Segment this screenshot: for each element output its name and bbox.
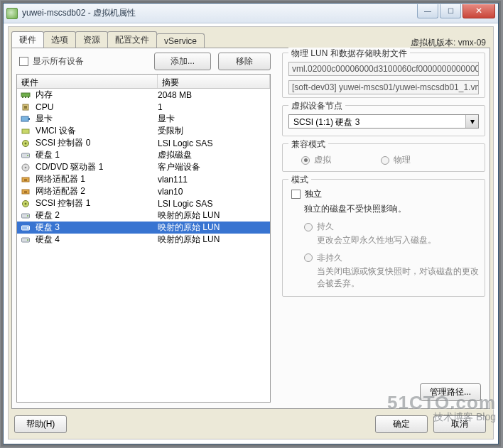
window-title: yuwei-mscsdb02 - 虚拟机属性 <box>22 7 417 19</box>
chevron-down-icon: ▾ <box>465 115 478 128</box>
hardware-row[interactable]: 网络适配器 1vlan111 <box>17 173 270 185</box>
svg-rect-1 <box>22 97 23 98</box>
scsi-icon <box>20 199 31 209</box>
help-button[interactable]: 帮助(H) <box>14 415 67 433</box>
hardware-row[interactable]: 内存2048 MB <box>17 89 270 101</box>
lun-vml-field: vml.02000c00006000d3100060cf000000000000… <box>288 62 479 76</box>
nonpersistent-desc: 当关闭电源或恢复快照时，对该磁盘的更改会被丢弃。 <box>317 266 479 290</box>
col-hardware[interactable]: 硬件 <box>17 75 158 88</box>
device-node-select[interactable]: SCSI (1:1) 硬盘 3 ▾ <box>288 114 479 129</box>
titlebar[interactable]: yuwei-mscsdb02 - 虚拟机属性 — ☐ ✕ <box>4 4 498 23</box>
checkbox-icon <box>19 57 28 66</box>
compat-mode-group: 兼容模式 虚拟 物理 <box>282 143 485 172</box>
svg-rect-3 <box>28 97 29 98</box>
radio-icon <box>301 156 310 165</box>
vmci-icon <box>20 126 31 136</box>
cd-icon <box>20 163 31 173</box>
disk-icon <box>20 151 31 160</box>
device-node-value: SCSI (1:1) 硬盘 3 <box>289 115 465 128</box>
hardware-summary: 2048 MB <box>158 90 270 100</box>
tab-vservice[interactable]: vService <box>156 33 205 48</box>
radio-icon <box>304 223 313 231</box>
mode-group: 模式 独立 独立的磁盘不受快照影响。 持久 更改会立即永久性地写入磁盘。 非持久 <box>282 179 485 297</box>
hardware-name: 内存 <box>36 89 158 101</box>
manage-paths-button[interactable]: 管理路径... <box>420 383 481 401</box>
disk-icon <box>20 235 31 245</box>
tabstrip: 硬件 选项 资源 配置文件 vService <box>11 33 204 48</box>
checkbox-icon <box>291 190 301 199</box>
svg-point-12 <box>27 155 28 156</box>
nic-icon <box>20 175 31 185</box>
svg-point-20 <box>25 202 27 204</box>
tab-hardware[interactable]: 硬件 <box>11 31 44 49</box>
hardware-row[interactable]: 网络适配器 2vlan10 <box>17 185 270 197</box>
dialog-window: yuwei-mscsdb02 - 虚拟机属性 — ☐ ✕ 虚拟机版本: vmx-… <box>3 3 499 444</box>
svg-point-14 <box>25 166 27 168</box>
hardware-summary: 映射的原始 LUN <box>158 222 270 234</box>
nonpersistent-radio: 非持久 <box>304 252 479 264</box>
hardware-summary: 客户端设备 <box>158 161 270 173</box>
svg-rect-16 <box>24 179 27 181</box>
radio-icon <box>381 156 389 165</box>
nic-icon <box>20 187 31 197</box>
hardware-row[interactable]: CPU1 <box>17 101 270 113</box>
hardware-row[interactable]: CD/DVD 驱动器 1客户端设备 <box>17 161 270 173</box>
tab-page-hardware: 显示所有设备 添加... 移除 硬件 摘要 内存2048 MBCPU1显卡显卡V… <box>11 48 490 409</box>
hardware-summary: 映射的原始 LUN <box>158 209 270 222</box>
svg-point-24 <box>27 227 28 229</box>
hardware-list: 硬件 摘要 内存2048 MBCPU1显卡显卡VMCI 设备受限制SCSI 控制… <box>16 74 271 403</box>
hardware-name: VMCI 设备 <box>36 125 158 137</box>
compat-virtual-radio: 虚拟 <box>301 154 331 166</box>
hardware-row[interactable]: 硬盘 4映射的原始 LUN <box>17 234 270 246</box>
hardware-name: 硬盘 4 <box>36 234 158 246</box>
hardware-name: 显卡 <box>36 113 158 125</box>
persistent-desc: 更改会立即永久性地写入磁盘。 <box>317 234 479 246</box>
independent-checkbox[interactable]: 独立 <box>291 188 479 200</box>
tab-resources[interactable]: 资源 <box>75 31 108 48</box>
hardware-name: 硬盘 2 <box>36 209 158 222</box>
minimize-button[interactable]: — <box>417 4 438 18</box>
hardware-name: CPU <box>36 102 158 112</box>
cancel-button[interactable]: 取消 <box>433 415 486 433</box>
hardware-row[interactable]: 硬盘 1虚拟磁盘 <box>17 149 270 161</box>
col-summary[interactable]: 摘要 <box>158 75 270 88</box>
show-all-devices-checkbox[interactable]: 显示所有设备 <box>19 55 84 67</box>
hardware-summary: 显卡 <box>158 113 270 125</box>
svg-rect-7 <box>28 118 30 120</box>
hardware-row[interactable]: SCSI 控制器 1LSI Logic SAS <box>17 197 270 209</box>
ok-button[interactable]: 确定 <box>375 415 428 433</box>
hardware-summary: vlan111 <box>158 175 270 185</box>
disk-icon <box>20 211 31 221</box>
hardware-row[interactable]: 硬盘 3映射的原始 LUN <box>17 222 270 234</box>
hardware-name: 网络适配器 1 <box>36 173 158 185</box>
tab-profiles[interactable]: 配置文件 <box>107 31 157 48</box>
cpu-icon <box>20 102 31 112</box>
hardware-row[interactable]: SCSI 控制器 0LSI Logic SAS <box>17 137 270 149</box>
hardware-name: 网络适配器 2 <box>36 185 158 197</box>
svg-rect-8 <box>22 129 29 133</box>
hardware-summary: 虚拟磁盘 <box>158 149 270 161</box>
hardware-list-header: 硬件 摘要 <box>17 75 270 89</box>
client-area: 虚拟机版本: vmx-09 硬件 选项 资源 配置文件 vService 显示所… <box>8 26 494 439</box>
close-button[interactable]: ✕ <box>463 4 495 18</box>
show-all-label: 显示所有设备 <box>33 55 84 67</box>
hardware-row[interactable]: 显卡显卡 <box>17 113 270 125</box>
add-device-button[interactable]: 添加... <box>154 53 211 70</box>
compat-physical-radio: 物理 <box>381 154 411 166</box>
radio-icon <box>304 253 313 262</box>
mode-legend: 模式 <box>288 174 311 186</box>
tab-options[interactable]: 选项 <box>43 31 76 48</box>
mem-icon <box>20 90 31 100</box>
svg-point-22 <box>27 215 28 217</box>
app-icon <box>6 8 18 19</box>
svg-rect-0 <box>21 93 30 97</box>
hardware-row[interactable]: VMCI 设备受限制 <box>17 125 270 137</box>
svg-rect-18 <box>24 191 27 193</box>
remove-device-button[interactable]: 移除 <box>218 53 271 70</box>
svg-rect-5 <box>24 106 27 109</box>
hardware-row[interactable]: 硬盘 2映射的原始 LUN <box>17 209 270 222</box>
svg-point-26 <box>27 239 28 241</box>
maximize-button[interactable]: ☐ <box>440 4 461 18</box>
lun-legend: 物理 LUN 和数据存储映射文件 <box>288 48 410 60</box>
hardware-summary: LSI Logic SAS <box>158 199 270 209</box>
